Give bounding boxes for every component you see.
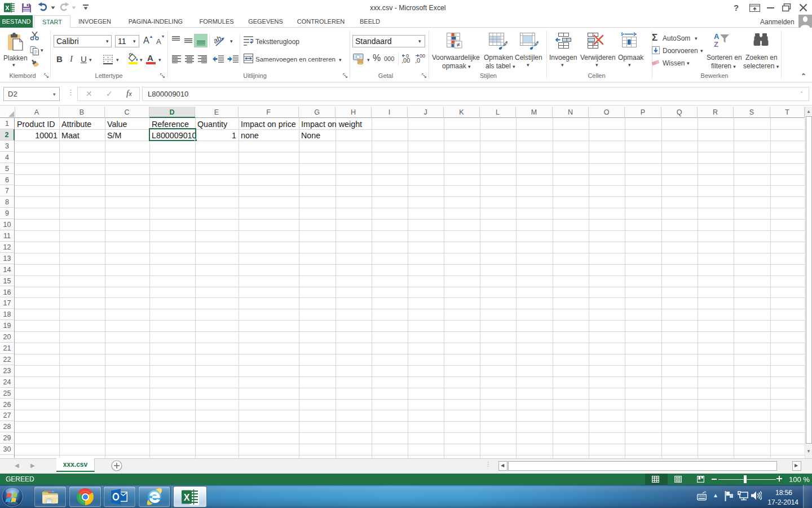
svg-text:X: X [5,5,10,11]
svg-text:Z: Z [714,40,718,49]
svg-text:X: X [184,493,190,502]
svg-text:≠: ≠ [456,41,460,48]
svg-text:A: A [714,33,720,41]
svg-text:00: 00 [420,54,425,59]
svg-text:0: 0 [406,54,409,59]
